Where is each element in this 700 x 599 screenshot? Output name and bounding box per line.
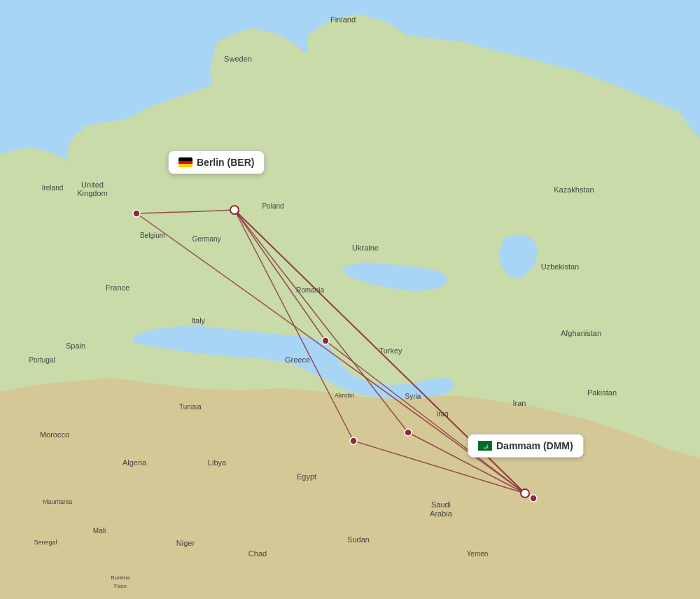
saudi-flag: 🌙 [478,441,492,451]
svg-text:Egypt: Egypt [297,472,316,481]
svg-text:Mauritania: Mauritania [43,498,72,505]
svg-text:Morocco: Morocco [40,430,69,439]
svg-text:Romania: Romania [296,286,324,294]
svg-text:Senegal: Senegal [34,539,57,546]
map-container: Finland Sweden United Kingdom Ireland Be… [0,0,700,599]
svg-text:Akrotiri: Akrotiri [335,392,354,399]
svg-text:Libya: Libya [208,458,227,467]
svg-point-2 [322,337,329,344]
svg-text:Greece: Greece [285,355,310,364]
berlin-label: Berlin (BER) [197,157,254,168]
svg-text:Algeria: Algeria [122,458,147,467]
dammam-tooltip: 🌙 Dammam (DMM) [468,434,584,458]
dammam-label: Dammam (DMM) [496,440,573,451]
svg-text:France: France [106,283,130,292]
svg-point-1 [133,210,140,217]
svg-text:Germany: Germany [192,235,220,243]
svg-text:Belgium: Belgium [140,232,165,239]
berlin-tooltip: Berlin (BER) [168,150,265,174]
svg-text:Kazakhstan: Kazakhstan [554,185,594,194]
svg-text:Syria: Syria [405,393,421,400]
svg-text:Kingdom: Kingdom [77,189,107,197]
svg-text:Mali: Mali [93,527,106,535]
germany-flag [178,157,192,167]
svg-text:Chad: Chad [248,549,267,558]
svg-text:Sudan: Sudan [347,535,370,544]
svg-text:Arabia: Arabia [430,509,453,518]
svg-text:Saudi: Saudi [431,500,451,509]
svg-text:Ukraine: Ukraine [352,244,379,252]
svg-point-7 [530,495,537,502]
svg-text:Sweden: Sweden [224,55,252,63]
svg-text:Niger: Niger [176,539,195,547]
svg-text:Iran: Iran [513,399,526,407]
svg-text:Afghanistan: Afghanistan [561,329,601,337]
svg-text:Spain: Spain [66,341,85,350]
svg-text:Finland: Finland [330,15,356,24]
svg-text:Faso: Faso [114,583,127,589]
svg-text:Iraq: Iraq [436,410,448,418]
svg-text:Poland: Poland [262,202,284,210]
svg-point-5 [230,206,239,214]
svg-text:Uzbekistan: Uzbekistan [541,262,579,271]
svg-point-3 [350,437,357,444]
svg-text:Yemen: Yemen [467,550,489,558]
svg-text:🌙: 🌙 [483,444,489,449]
svg-point-6 [521,489,529,498]
svg-text:United: United [81,181,104,189]
svg-text:Portugal: Portugal [29,356,55,364]
svg-text:Italy: Italy [191,316,206,325]
svg-point-4 [405,429,412,436]
svg-text:Turkey: Turkey [379,346,402,355]
svg-text:Ireland: Ireland [42,184,64,192]
map-svg: Finland Sweden United Kingdom Ireland Be… [0,0,700,599]
svg-text:Tunisia: Tunisia [179,403,202,411]
svg-text:Pakistan: Pakistan [587,388,617,397]
svg-text:Burkina: Burkina [111,575,130,581]
